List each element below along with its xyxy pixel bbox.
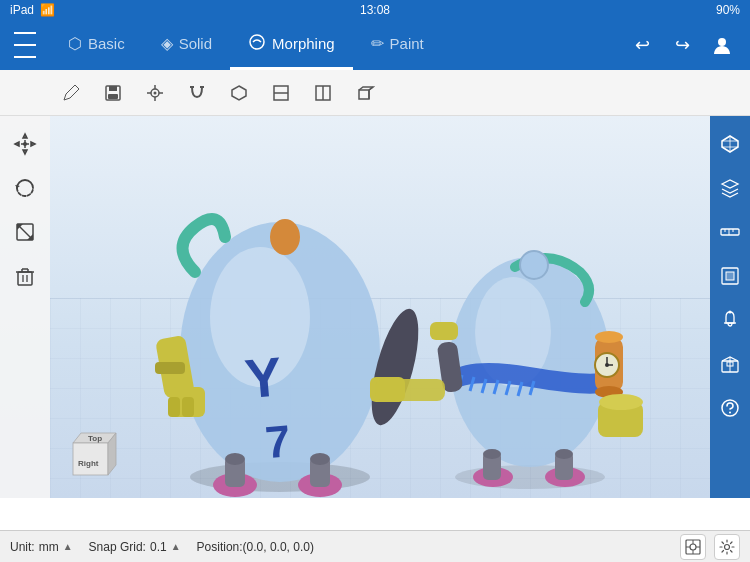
profile-button[interactable] <box>704 27 740 63</box>
tab-morphing-label: Morphing <box>272 35 335 52</box>
settings-button[interactable] <box>714 534 740 560</box>
toolbar-cut-btn[interactable] <box>263 75 299 111</box>
svg-rect-86 <box>18 272 32 285</box>
snap-grid-value: 0.1 <box>150 540 167 554</box>
status-bar: iPad 📶 13:08 90% <box>0 0 750 20</box>
svg-point-38 <box>310 453 330 465</box>
svg-point-0 <box>250 35 264 49</box>
svg-rect-40 <box>168 397 180 417</box>
snap-grid-item: Snap Grid: 0.1 ▲ <box>89 540 181 554</box>
toolbar-shape-btn[interactable] <box>221 75 257 111</box>
svg-point-108 <box>729 412 731 414</box>
svg-point-103 <box>729 311 732 314</box>
resize-button[interactable] <box>7 214 43 250</box>
tab-paint-label: Paint <box>390 35 424 52</box>
viewport[interactable]: Y 7 <box>0 116 750 498</box>
svg-point-37 <box>225 453 245 465</box>
svg-rect-28 <box>155 362 185 374</box>
tab-paint[interactable]: ✏ Paint <box>353 20 442 70</box>
status-left: iPad 📶 <box>10 3 55 17</box>
nav-cube[interactable]: Top Right <box>58 418 128 488</box>
svg-point-32 <box>270 219 300 255</box>
svg-rect-4 <box>108 94 118 99</box>
toolbar-box-btn[interactable] <box>347 75 383 111</box>
svg-rect-3 <box>109 86 117 91</box>
bottom-bar: Unit: mm ▲ Snap Grid: 0.1 ▲ Position:(0.… <box>0 530 750 562</box>
svg-rect-70 <box>375 379 445 401</box>
status-time: 13:08 <box>360 3 390 17</box>
status-ipad-label: iPad <box>10 3 34 17</box>
svg-point-76 <box>23 142 27 146</box>
help-button[interactable] <box>712 390 748 426</box>
svg-point-115 <box>725 544 730 549</box>
right-panel <box>710 116 750 498</box>
toolbar-edit-btn[interactable] <box>53 75 89 111</box>
rotate-button[interactable] <box>7 170 43 206</box>
transform-button[interactable] <box>712 258 748 294</box>
tab-basic-label: Basic <box>88 35 125 52</box>
tab-morphing[interactable]: Morphing <box>230 20 353 70</box>
nav-actions: ↩ ↪ <box>624 27 750 63</box>
svg-rect-102 <box>726 272 734 280</box>
paint-icon: ✏ <box>371 34 384 53</box>
svg-point-110 <box>690 544 696 550</box>
svg-marker-13 <box>232 86 246 100</box>
svg-point-68 <box>555 449 573 459</box>
package-button[interactable] <box>712 346 748 382</box>
svg-text:7: 7 <box>263 415 292 468</box>
svg-rect-18 <box>359 90 369 99</box>
svg-rect-97 <box>721 229 739 235</box>
view3d-button[interactable] <box>712 126 748 162</box>
toolbar-frame-btn[interactable] <box>305 75 341 111</box>
snap-grid-arrow[interactable]: ▲ <box>171 541 181 552</box>
snap-grid-label: Snap Grid: <box>89 540 146 554</box>
bottom-right-actions <box>680 534 740 560</box>
svg-point-53 <box>595 331 623 343</box>
svg-point-60 <box>599 394 643 410</box>
position-item: Position:(0.0, 0.0, 0.0) <box>197 540 314 554</box>
unit-item: Unit: mm ▲ <box>10 540 73 554</box>
morphing-icon <box>248 33 266 55</box>
tab-basic[interactable]: ⬡ Basic <box>50 20 143 70</box>
svg-point-1 <box>718 38 726 46</box>
tab-solid-label: Solid <box>179 35 212 52</box>
nav-bar: ⬡ Basic ◈ Solid Morphing ✏ Paint ↩ ↪ <box>0 20 750 70</box>
redo-button[interactable]: ↪ <box>664 27 700 63</box>
tab-solid[interactable]: ◈ Solid <box>143 20 230 70</box>
menu-button[interactable] <box>0 20 50 70</box>
measure-button[interactable] <box>712 214 748 250</box>
svg-point-69 <box>520 251 548 279</box>
svg-rect-41 <box>182 397 194 417</box>
basic-icon: ⬡ <box>68 34 82 53</box>
undo-button[interactable]: ↩ <box>624 27 660 63</box>
svg-point-67 <box>483 449 501 459</box>
layers-button[interactable] <box>712 170 748 206</box>
bell-button[interactable] <box>712 302 748 338</box>
svg-point-6 <box>154 91 157 94</box>
status-battery: 90% <box>716 3 740 17</box>
svg-rect-62 <box>430 322 458 340</box>
svg-text:Top: Top <box>88 434 102 443</box>
delete-button[interactable] <box>7 258 43 294</box>
wifi-icon: 📶 <box>40 3 55 17</box>
nav-tabs: ⬡ Basic ◈ Solid Morphing ✏ Paint <box>50 20 624 70</box>
unit-label: Unit: <box>10 540 35 554</box>
toolbar-save-btn[interactable] <box>95 75 131 111</box>
left-panel <box>0 116 50 498</box>
toolbar-magnet-btn[interactable] <box>179 75 215 111</box>
move-button[interactable] <box>7 126 43 162</box>
svg-text:Right: Right <box>78 459 99 468</box>
svg-text:Y: Y <box>242 345 284 410</box>
solid-icon: ◈ <box>161 34 173 53</box>
unit-arrow[interactable]: ▲ <box>63 541 73 552</box>
position-value: Position:(0.0, 0.0, 0.0) <box>197 540 314 554</box>
toolbar <box>0 70 750 116</box>
focus-button[interactable] <box>680 534 706 560</box>
unit-value: mm <box>39 540 59 554</box>
toolbar-adjust-btn[interactable] <box>137 75 173 111</box>
main-viewport-container: Y 7 <box>0 116 750 530</box>
